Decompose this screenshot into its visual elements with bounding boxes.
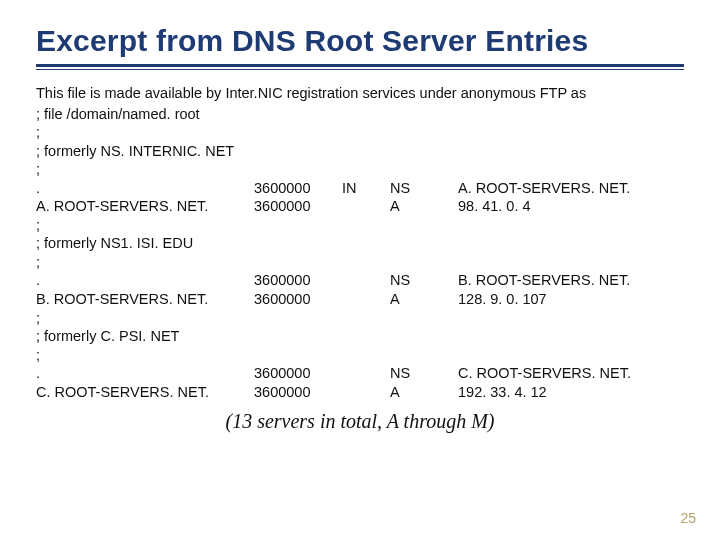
cell-c1: ; bbox=[36, 216, 246, 235]
cell-c5: B. ROOT-SERVERS. NET. bbox=[458, 271, 684, 290]
cell-c3 bbox=[342, 327, 382, 346]
cell-c5 bbox=[458, 105, 684, 124]
cell-c4 bbox=[390, 216, 450, 235]
cell-c3 bbox=[342, 290, 382, 309]
cell-c2 bbox=[254, 160, 334, 179]
cell-c2: 3600000 bbox=[254, 271, 334, 290]
cell-c3 bbox=[342, 216, 382, 235]
cell-c3 bbox=[342, 309, 382, 328]
cell-c1: ; bbox=[36, 309, 246, 328]
cell-c4: NS bbox=[390, 179, 450, 198]
cell-c4 bbox=[390, 234, 450, 253]
cell-c5: C. ROOT-SERVERS. NET. bbox=[458, 364, 684, 383]
cell-c1: ; formerly C. PSI. NET bbox=[36, 327, 246, 346]
cell-c3 bbox=[342, 160, 382, 179]
cell-c3 bbox=[342, 364, 382, 383]
cell-c2 bbox=[254, 253, 334, 272]
cell-c2 bbox=[254, 123, 334, 142]
cell-c4 bbox=[390, 253, 450, 272]
cell-c5 bbox=[458, 142, 684, 161]
cell-c4 bbox=[390, 123, 450, 142]
cell-c2: 3600000 bbox=[254, 364, 334, 383]
page-number: 25 bbox=[680, 510, 696, 526]
cell-c3: IN bbox=[342, 179, 382, 198]
cell-c3 bbox=[342, 383, 382, 402]
cell-c5: 128. 9. 0. 107 bbox=[458, 290, 684, 309]
cell-c2: 3600000 bbox=[254, 383, 334, 402]
cell-c2: 3600000 bbox=[254, 197, 334, 216]
cell-c1: ; bbox=[36, 123, 246, 142]
cell-c4 bbox=[390, 105, 450, 124]
cell-c1: ; formerly NS1. ISI. EDU bbox=[36, 234, 246, 253]
cell-c2 bbox=[254, 142, 334, 161]
cell-c3 bbox=[342, 123, 382, 142]
cell-c5: A. ROOT-SERVERS. NET. bbox=[458, 179, 684, 198]
page-title: Excerpt from DNS Root Server Entries bbox=[36, 24, 684, 58]
cell-c4: A bbox=[390, 290, 450, 309]
cell-c4 bbox=[390, 160, 450, 179]
cell-c3 bbox=[342, 197, 382, 216]
cell-c1: ; bbox=[36, 346, 246, 365]
intro-line: This file is made available by Inter.NIC… bbox=[36, 84, 684, 103]
cell-c1: B. ROOT-SERVERS. NET. bbox=[36, 290, 246, 309]
footnote: (13 servers in total, A through M) bbox=[36, 409, 684, 435]
cell-c3 bbox=[342, 253, 382, 272]
cell-c2 bbox=[254, 327, 334, 346]
cell-c4 bbox=[390, 327, 450, 346]
cell-c5 bbox=[458, 253, 684, 272]
cell-c1: C. ROOT-SERVERS. NET. bbox=[36, 383, 246, 402]
body-text: This file is made available by Inter.NIC… bbox=[36, 84, 684, 435]
cell-c3 bbox=[342, 346, 382, 365]
cell-c4 bbox=[390, 346, 450, 365]
cell-c5: 98. 41. 0. 4 bbox=[458, 197, 684, 216]
cell-c1: ; file /domain/named. root bbox=[36, 105, 246, 124]
cell-c2 bbox=[254, 309, 334, 328]
cell-c3 bbox=[342, 105, 382, 124]
dns-table: ; file /domain/named. root;; formerly NS… bbox=[36, 105, 684, 402]
cell-c1: ; formerly NS. INTERNIC. NET bbox=[36, 142, 246, 161]
cell-c3 bbox=[342, 142, 382, 161]
cell-c2 bbox=[254, 105, 334, 124]
cell-c5: 192. 33. 4. 12 bbox=[458, 383, 684, 402]
divider-thick bbox=[36, 64, 684, 67]
cell-c2: 3600000 bbox=[254, 290, 334, 309]
cell-c5 bbox=[458, 309, 684, 328]
cell-c4: A bbox=[390, 383, 450, 402]
cell-c3 bbox=[342, 234, 382, 253]
cell-c5 bbox=[458, 216, 684, 235]
cell-c2 bbox=[254, 234, 334, 253]
cell-c1: ; bbox=[36, 253, 246, 272]
cell-c5 bbox=[458, 234, 684, 253]
divider-thin bbox=[36, 69, 684, 70]
cell-c2: 3600000 bbox=[254, 179, 334, 198]
cell-c4 bbox=[390, 309, 450, 328]
cell-c5 bbox=[458, 160, 684, 179]
cell-c1: ; bbox=[36, 160, 246, 179]
cell-c4: NS bbox=[390, 364, 450, 383]
cell-c4: NS bbox=[390, 271, 450, 290]
cell-c1: A. ROOT-SERVERS. NET. bbox=[36, 197, 246, 216]
cell-c2 bbox=[254, 346, 334, 365]
cell-c1: . bbox=[36, 271, 246, 290]
cell-c1: . bbox=[36, 364, 246, 383]
cell-c3 bbox=[342, 271, 382, 290]
cell-c1: . bbox=[36, 179, 246, 198]
cell-c4 bbox=[390, 142, 450, 161]
cell-c5 bbox=[458, 346, 684, 365]
cell-c5 bbox=[458, 327, 684, 346]
cell-c2 bbox=[254, 216, 334, 235]
cell-c5 bbox=[458, 123, 684, 142]
cell-c4: A bbox=[390, 197, 450, 216]
